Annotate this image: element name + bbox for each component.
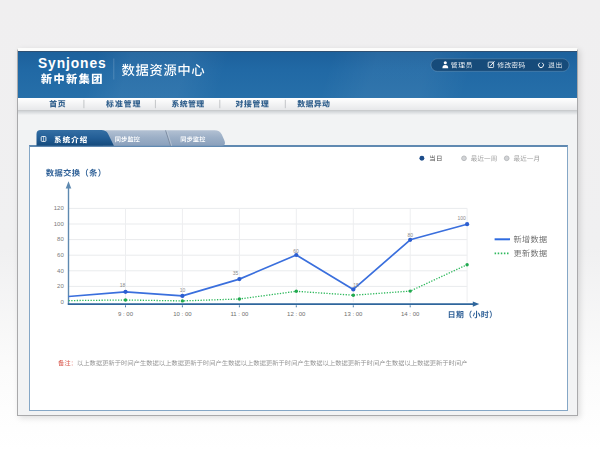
svg-text:20: 20	[57, 283, 64, 289]
svg-text:11 : 00: 11 : 00	[230, 311, 249, 317]
svg-text:14 : 00: 14 : 00	[401, 311, 420, 317]
svg-text:0: 0	[60, 299, 64, 305]
svg-text:13 : 00: 13 : 00	[344, 311, 363, 317]
svg-text:35: 35	[233, 270, 239, 276]
svg-text:10 : 00: 10 : 00	[173, 311, 192, 317]
svg-text:80: 80	[57, 236, 64, 242]
svg-text:120: 120	[54, 205, 65, 211]
svg-text:100: 100	[457, 215, 466, 221]
svg-text:40: 40	[57, 268, 64, 274]
svg-text:10: 10	[180, 287, 186, 293]
svg-text:100: 100	[54, 221, 65, 227]
svg-text:18: 18	[120, 282, 126, 288]
svg-text:12 : 00: 12 : 00	[287, 311, 306, 317]
svg-text:9 : 00: 9 : 00	[118, 311, 134, 317]
svg-text:80: 80	[407, 232, 413, 238]
svg-text:60: 60	[293, 248, 299, 254]
svg-text:Synjones: Synjones	[38, 56, 107, 71]
svg-text:15: 15	[353, 282, 359, 288]
svg-text:60: 60	[57, 252, 64, 258]
